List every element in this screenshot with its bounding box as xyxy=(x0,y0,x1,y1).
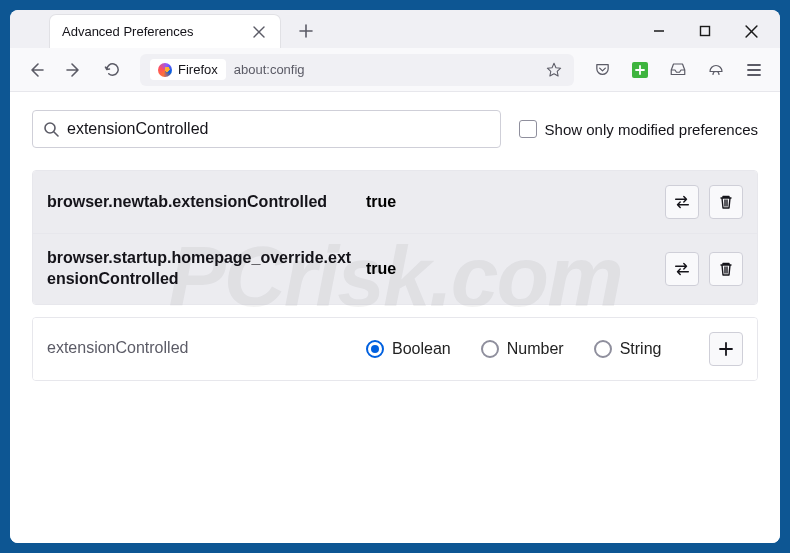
trash-icon xyxy=(718,261,734,277)
inbox-icon[interactable] xyxy=(662,54,694,86)
add-pref-button[interactable] xyxy=(709,332,743,366)
show-only-modified-label: Show only modified preferences xyxy=(545,121,758,138)
plus-icon xyxy=(718,341,734,357)
search-input[interactable] xyxy=(67,120,490,138)
address-identity-chip[interactable]: Firefox xyxy=(150,59,226,80)
new-pref-row: extensionControlled Boolean Number Strin… xyxy=(33,318,757,380)
pref-actions xyxy=(665,252,743,286)
radio-input-number[interactable] xyxy=(481,340,499,358)
new-tab-button[interactable] xyxy=(292,17,320,45)
pref-name: browser.newtab.extensionControlled xyxy=(47,192,352,213)
extensions-icon[interactable] xyxy=(624,54,656,86)
radio-input-string[interactable] xyxy=(594,340,612,358)
show-only-modified-row[interactable]: Show only modified preferences xyxy=(519,120,758,138)
forward-button[interactable] xyxy=(58,54,90,86)
svg-rect-0 xyxy=(701,27,710,36)
delete-button[interactable] xyxy=(709,185,743,219)
pref-name: browser.startup.homepage_override.extens… xyxy=(47,248,352,290)
maximize-button[interactable] xyxy=(696,22,714,40)
radio-string[interactable]: String xyxy=(594,340,662,358)
delete-button[interactable] xyxy=(709,252,743,286)
address-url: about:config xyxy=(234,62,305,77)
titlebar: Advanced Preferences xyxy=(10,10,780,48)
new-pref-panel: extensionControlled Boolean Number Strin… xyxy=(32,317,758,381)
radio-number[interactable]: Number xyxy=(481,340,564,358)
tab-advanced-preferences[interactable]: Advanced Preferences xyxy=(50,15,280,49)
browser-window: Advanced Preferences xyxy=(10,10,780,543)
minimize-button[interactable] xyxy=(650,22,668,40)
toggle-button[interactable] xyxy=(665,185,699,219)
close-tab-icon[interactable] xyxy=(250,23,268,41)
radio-boolean[interactable]: Boolean xyxy=(366,340,451,358)
reload-button[interactable] xyxy=(96,54,128,86)
address-brand: Firefox xyxy=(178,62,218,77)
pref-row[interactable]: browser.startup.homepage_override.extens… xyxy=(33,234,757,304)
new-pref-actions xyxy=(709,332,743,366)
search-box[interactable] xyxy=(32,110,501,148)
toolbar: Firefox about:config xyxy=(10,48,780,92)
type-radio-group: Boolean Number String xyxy=(366,340,695,358)
search-row: Show only modified preferences xyxy=(32,110,758,148)
tab-title: Advanced Preferences xyxy=(62,24,250,39)
swap-icon xyxy=(673,260,691,278)
radio-label-string: String xyxy=(620,340,662,358)
address-bar[interactable]: Firefox about:config xyxy=(140,54,574,86)
pref-row[interactable]: browser.newtab.extensionControlled true xyxy=(33,171,757,234)
radio-input-boolean[interactable] xyxy=(366,340,384,358)
firefox-logo-icon xyxy=(158,63,172,77)
checkbox-show-modified[interactable] xyxy=(519,120,537,138)
vpn-shield-icon[interactable] xyxy=(700,54,732,86)
back-button[interactable] xyxy=(20,54,52,86)
search-icon xyxy=(43,121,59,137)
prefs-table: browser.newtab.extensionControlled true … xyxy=(32,170,758,305)
pref-actions xyxy=(665,185,743,219)
pref-value: true xyxy=(366,260,466,278)
trash-icon xyxy=(718,194,734,210)
toggle-button[interactable] xyxy=(665,252,699,286)
pocket-icon[interactable] xyxy=(586,54,618,86)
close-window-button[interactable] xyxy=(742,22,760,40)
window-controls xyxy=(650,22,772,40)
about-config-content: Show only modified preferences browser.n… xyxy=(10,92,780,543)
hamburger-menu-icon[interactable] xyxy=(738,54,770,86)
new-pref-name: extensionControlled xyxy=(47,338,352,359)
swap-icon xyxy=(673,193,691,211)
bookmark-star-icon[interactable] xyxy=(544,60,564,80)
pref-value: true xyxy=(366,193,466,211)
radio-label-boolean: Boolean xyxy=(392,340,451,358)
radio-label-number: Number xyxy=(507,340,564,358)
